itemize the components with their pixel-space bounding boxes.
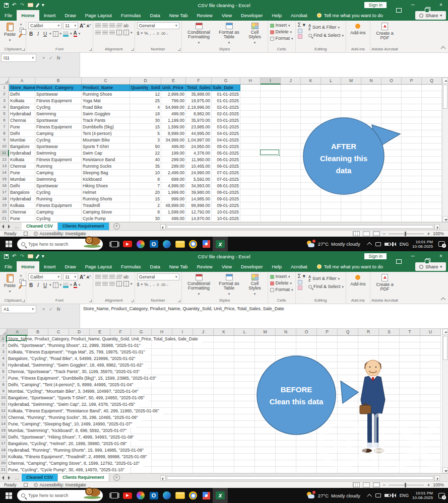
row-header-15[interactable]: 15: [0, 176, 9, 183]
addins-button[interactable]: Add-ins: [348, 22, 368, 36]
cell-T8[interactable]: [400, 382, 420, 388]
font-size-select[interactable]: 11▾: [63, 22, 78, 29]
row-header-21[interactable]: 21: [0, 467, 7, 473]
cell-K9[interactable]: [214, 388, 234, 395]
cell-F3[interactable]: 19,975.00: [186, 98, 212, 104]
column-header-A[interactable]: A: [7, 329, 28, 336]
normal-view-icon[interactable]: [353, 482, 360, 487]
cell-A20[interactable]: Chennai: [9, 209, 35, 215]
cell-H7[interactable]: [240, 124, 261, 130]
cell-K18[interactable]: [214, 447, 234, 454]
cell-B15[interactable]: Swimming: [35, 176, 82, 183]
borders-icon[interactable]: [53, 31, 58, 37]
weather-widget[interactable]: 27°C Mostly cloudy: [306, 241, 360, 248]
font-color-icon[interactable]: A: [74, 31, 77, 37]
cell-N3[interactable]: [361, 98, 381, 104]
cell-C16[interactable]: Hiking Shoes: [82, 183, 130, 189]
cell-G11[interactable]: 05-01-2025: [212, 150, 240, 157]
cell-I21[interactable]: [261, 215, 281, 222]
merge-center-icon[interactable]: [123, 281, 129, 286]
cell-T7[interactable]: [400, 375, 420, 382]
cell-P15[interactable]: [402, 176, 422, 183]
ribbon-tab-page-layout[interactable]: Page Layout: [81, 261, 116, 272]
cell-G10[interactable]: 05-01-2025: [212, 143, 240, 150]
cell-J13[interactable]: [193, 414, 214, 421]
cell-U14[interactable]: [420, 421, 441, 427]
cell-G19[interactable]: 09-01-2025: [212, 202, 240, 209]
cell-J15[interactable]: [281, 176, 301, 183]
new-sheet-button[interactable]: +: [113, 474, 120, 481]
more-sheets-icon[interactable]: …: [15, 475, 19, 480]
cell-I3[interactable]: [172, 349, 193, 355]
cell-Q14[interactable]: [422, 170, 442, 176]
battery-icon[interactable]: [385, 494, 391, 497]
speaker-icon[interactable]: [394, 242, 396, 246]
cell-K20[interactable]: [214, 460, 234, 467]
cell-P16[interactable]: [402, 183, 422, 189]
row-header-12[interactable]: 12: [0, 157, 9, 163]
align-left-icon[interactable]: [95, 282, 101, 286]
cell-N4[interactable]: [361, 104, 381, 111]
row-header-2[interactable]: 2: [0, 91, 9, 98]
cell-I9[interactable]: [261, 137, 281, 143]
cell-A7[interactable]: Pune: [9, 124, 35, 130]
cell-C6[interactable]: Track Pants: [82, 117, 130, 124]
column-header-M[interactable]: M: [255, 329, 276, 336]
cell-F9[interactable]: 1,04,997.00: [186, 137, 212, 143]
cell-K8[interactable]: [214, 382, 234, 388]
cell-H9[interactable]: [152, 388, 172, 395]
cell-K20[interactable]: [301, 209, 321, 215]
cell-K21[interactable]: [301, 215, 321, 222]
cell-A14[interactable]: Pune: [9, 170, 35, 176]
cell-R1[interactable]: [358, 336, 379, 342]
cell-H17[interactable]: [240, 189, 261, 196]
cell-I1[interactable]: [261, 85, 281, 91]
cell-A13[interactable]: Chennai: [9, 163, 35, 170]
font-name-select[interactable]: Calibri▾: [28, 273, 61, 280]
cell-A18[interactable]: Hyderabad: [9, 196, 35, 202]
column-header-R[interactable]: R: [358, 329, 379, 336]
column-header-E[interactable]: E: [161, 78, 186, 85]
cell-J20[interactable]: [193, 460, 214, 467]
ribbon-tab-page-layout[interactable]: Page Layout: [81, 10, 116, 21]
format-as-table-button[interactable]: Format as Table ▾: [216, 273, 242, 297]
cell-Q20[interactable]: [422, 209, 442, 215]
cell-P9[interactable]: [402, 137, 422, 143]
decrease-font-icon[interactable]: Aˇ: [87, 275, 91, 279]
cell-L11[interactable]: [234, 401, 255, 408]
cell-K11[interactable]: [214, 401, 234, 408]
cell-F10[interactable]: 24,950.00: [186, 143, 212, 150]
cell-I7[interactable]: [261, 124, 281, 130]
align-middle-icon[interactable]: [102, 24, 108, 28]
conditional-formatting-button[interactable]: Conditional Formatting ▾: [184, 22, 214, 46]
cell-C1[interactable]: Product_Name: [82, 85, 130, 91]
cell-U5[interactable]: [420, 362, 441, 369]
tray-chevron-icon[interactable]: [367, 242, 372, 247]
align-middle-icon[interactable]: [102, 275, 108, 279]
row-header-7[interactable]: 7: [0, 124, 9, 130]
cell-J19[interactable]: [281, 202, 301, 209]
cell-B1[interactable]: Product_Category: [35, 85, 82, 91]
cell-H18[interactable]: [240, 196, 261, 202]
cell-T11[interactable]: [400, 401, 420, 408]
cell-H15[interactable]: [152, 427, 172, 434]
cell-P20[interactable]: [317, 460, 338, 467]
cell-R3[interactable]: [358, 349, 379, 355]
cell-K15[interactable]: [214, 427, 234, 434]
ribbon-tab-home[interactable]: Home: [17, 10, 39, 21]
cell-H5[interactable]: [152, 362, 172, 369]
cell-P1[interactable]: [317, 336, 338, 342]
cell-F15[interactable]: 5,592.00: [186, 176, 212, 183]
cell-C12[interactable]: Resistance Band: [82, 157, 130, 163]
previous-sheet-icon[interactable]: [2, 476, 4, 480]
cell-U20[interactable]: [420, 460, 441, 467]
cell-H6[interactable]: [240, 117, 261, 124]
align-right-icon[interactable]: [109, 282, 115, 286]
language-indicator[interactable]: ENG: [400, 493, 409, 498]
cell-D15[interactable]: 8: [130, 176, 161, 183]
cut-icon[interactable]: ×: [20, 22, 24, 27]
cell-H20[interactable]: [240, 209, 261, 215]
wrap-text-icon[interactable]: ab: [123, 23, 129, 28]
cell-M3[interactable]: [341, 98, 361, 104]
chrome-icon[interactable]: [186, 488, 200, 503]
